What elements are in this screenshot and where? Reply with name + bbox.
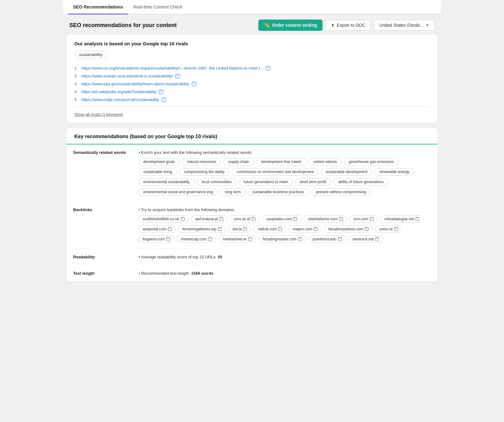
semantic-tag-chip: greenhouse gas emissions xyxy=(344,158,399,166)
show-all-rivals-link[interactable]: Show all rivals (1 keyword) xyxy=(74,112,123,117)
list-item[interactable]: 1 https://www.un.org/en/academic-impact/… xyxy=(74,64,430,72)
semantic-tag-chip: local communities xyxy=(197,178,236,186)
backlink-chip[interactable]: marketcap.com xyxy=(177,235,216,243)
backlink-chip[interactable]: dot.la xyxy=(228,225,251,233)
readability-content: • Average readability score of top 10 UR… xyxy=(132,249,437,265)
external-link-icon xyxy=(168,227,172,231)
region-label: United States (Deskt... xyxy=(379,23,423,28)
semantic-tag-chip: commission on environment and developmen… xyxy=(232,168,318,176)
external-link-icon xyxy=(243,227,247,231)
region-selector[interactable]: United States (Deskt... ▼ xyxy=(374,20,435,31)
external-link-icon xyxy=(208,237,212,241)
external-link-icon xyxy=(159,90,163,94)
semantic-tag-chip: development goals xyxy=(139,158,180,166)
header-actions: ✏️ Order content writing ⬆ Export to DOC… xyxy=(258,20,435,31)
edit-icon: ✏️ xyxy=(264,22,270,28)
rival-link-5[interactable]: https://www.mdpi.com/journal/sustainabil… xyxy=(81,97,159,102)
external-link-icon xyxy=(394,227,398,231)
tab-seo[interactable]: SEO Recommendations xyxy=(68,0,128,14)
semantic-tag-chip: development that meets xyxy=(256,158,306,166)
semantic-tag-chip: present without compromising xyxy=(311,188,371,196)
semantic-tag-chip: long term xyxy=(220,188,245,196)
header-row: SEO recommendations for your content ✏️ … xyxy=(63,14,441,35)
table-row: Text length • Recommended text length: 1… xyxy=(67,265,437,282)
backlinks-container: scottishshellfish.co.uk awf.krakow.pl um… xyxy=(139,215,431,243)
export-btn-label: Export to DOC xyxy=(337,23,365,28)
external-link-icon xyxy=(338,237,342,241)
rival-link-3[interactable]: https://www.epa.gov/sustainability/learn… xyxy=(81,82,189,86)
backlink-chip[interactable]: maiyro.com xyxy=(289,225,322,233)
backlink-chip[interactable]: awstrack.me xyxy=(348,235,383,243)
table-row: Backlinks • Try to acquire backlinks fro… xyxy=(67,202,437,249)
readability-label: Readability xyxy=(67,249,132,265)
external-link-icon xyxy=(314,227,318,231)
backlinks-label: Backlinks xyxy=(67,202,132,249)
backlink-chip[interactable]: awf.krakow.pl xyxy=(191,215,227,223)
tags-container: development goalsnatural resourcessupply… xyxy=(139,158,431,196)
external-link-icon xyxy=(266,66,270,70)
semantic-tag-chip: sustainable living xyxy=(139,168,177,176)
rival-link-1[interactable]: https://www.un.org/en/academic-impact/su… xyxy=(81,66,263,70)
external-link-icon xyxy=(166,237,170,241)
semantic-tag-chip: sustainable development xyxy=(321,168,372,176)
page-title: SEO recommendations for your content xyxy=(69,22,177,29)
backlink-chip[interactable]: asriportal.com xyxy=(139,225,176,233)
readability-score: 50 xyxy=(218,255,222,259)
backlink-chip[interactable]: chinadialogue.net xyxy=(380,215,423,223)
backlink-chip[interactable]: femdomgalleries.top xyxy=(178,225,226,233)
text-length-value: 1566 words xyxy=(191,271,214,276)
key-rec-header: Key recommendations (based on your Googl… xyxy=(67,128,437,144)
external-link-icon xyxy=(278,227,282,231)
external-link-icon xyxy=(248,237,252,241)
external-link-icon xyxy=(192,82,196,86)
tabs-bar: SEO Recommendations Real-time Content Ch… xyxy=(63,0,441,14)
rival-link-4[interactable]: https://en.wikipedia.org/wiki/Sustainabi… xyxy=(81,89,156,94)
order-content-button[interactable]: ✏️ Order content writing xyxy=(258,20,323,31)
table-row: Readability • Average readability score … xyxy=(67,249,437,265)
semantic-tag-chip: environmental social and governance esg xyxy=(139,188,218,196)
backlink-chip[interactable]: ums.ac.id xyxy=(230,215,260,223)
list-item[interactable]: 2 https://www.sustain.ucla.edu/what-is-s… xyxy=(74,72,430,80)
backlink-chip[interactable]: fxtradingmaster.com xyxy=(259,235,306,243)
list-item[interactable]: 3 https://www.epa.gov/sustainability/lea… xyxy=(74,80,430,88)
table-row: Semantically related words • Enrich your… xyxy=(67,144,437,202)
rivals-card: Our analysis is based on your Google top… xyxy=(67,35,437,123)
tab-realtime-label: Real-time Content Check xyxy=(133,4,182,9)
external-link-icon xyxy=(298,237,302,241)
semantic-tag-chip: sustainable business practices xyxy=(248,188,309,196)
list-item[interactable]: 4 https://en.wikipedia.org/wiki/Sustaina… xyxy=(74,88,430,96)
backlink-chip[interactable]: mediastreet.ie xyxy=(219,235,256,243)
semantic-tag-chip: natural resources xyxy=(182,158,221,166)
backlink-chip[interactable]: scottishshellfish.co.uk xyxy=(139,215,189,223)
semantic-tag-chip: united nations xyxy=(309,158,342,166)
external-link-icon xyxy=(218,227,222,231)
readability-prefix: • Average readability score of top 10 UR… xyxy=(139,255,218,259)
backlink-chip[interactable]: tiogaenv.com xyxy=(139,235,174,243)
tab-realtime[interactable]: Real-time Content Check xyxy=(128,0,187,14)
rivals-card-title: Our analysis is based on your Google top… xyxy=(74,41,430,46)
text-length-prefix: • Recommended text length: xyxy=(139,271,191,276)
external-link-icon xyxy=(293,217,297,221)
order-btn-label: Order content writing xyxy=(272,23,317,28)
backlink-chip[interactable]: usupdates.com xyxy=(262,215,301,223)
backlink-chip[interactable]: citethisforme.com xyxy=(304,215,347,223)
rival-link-2[interactable]: https://www.sustain.ucla.edu/what-is-sus… xyxy=(81,74,173,78)
semantic-tag-chip: renewable energy xyxy=(375,168,414,176)
text-length-content: • Recommended text length: 1566 words xyxy=(132,265,437,282)
rivals-list: 1 https://www.un.org/en/academic-impact/… xyxy=(74,64,430,104)
external-link-icon xyxy=(370,217,374,221)
tab-seo-label: SEO Recommendations xyxy=(73,4,123,9)
backlink-chip[interactable]: leicabiosystems.com xyxy=(324,225,373,233)
semantic-tag-chip: supply chain xyxy=(223,158,254,166)
semantic-tag-chip: ability of future generations xyxy=(334,178,388,186)
semantically-related-intro: • Enrich your text with the following se… xyxy=(139,150,431,155)
backlink-chip[interactable]: unios.hr xyxy=(375,225,402,233)
backlink-chip[interactable]: redhat.com xyxy=(254,225,286,233)
export-doc-button[interactable]: ⬆ Export to DOC xyxy=(326,20,371,31)
recommendations-table: Semantically related words • Enrich your… xyxy=(67,144,437,282)
upload-icon: ⬆ xyxy=(331,23,335,28)
backlink-chip[interactable]: erm.com xyxy=(350,215,378,223)
list-item[interactable]: 5 https://www.mdpi.com/journal/sustainab… xyxy=(74,96,430,104)
backlink-chip[interactable]: pointloma.edu xyxy=(309,235,346,243)
text-length-label: Text length xyxy=(67,265,132,282)
